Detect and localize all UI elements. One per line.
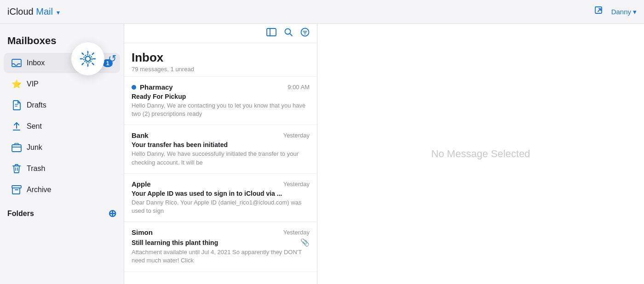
email-preview: Hello Danny, We are contacting you to le… (132, 102, 310, 118)
email-time: Yesterday (283, 181, 310, 187)
app-header: iCloud Mail ▾ Danny ▾ (0, 0, 644, 24)
sidebar: ↺ Mailboxes Inbox 1 ⭐ VIP (0, 24, 124, 284)
attachment-icon: 📎 (300, 238, 310, 247)
header-right: Danny ▾ (594, 6, 637, 18)
email-sender: Pharmacy (132, 83, 173, 91)
inbox-title: Inbox (132, 51, 310, 65)
no-message-label: No Message Selected (431, 148, 530, 160)
email-item-header: Pharmacy 9:00 AM (132, 83, 310, 91)
sidebar-item-label-sent: Sent (27, 122, 113, 131)
email-item[interactable]: Bank Yesterday Your transfer has been in… (124, 125, 317, 173)
email-subject: Ready For Pickup (132, 93, 310, 100)
email-items: Pharmacy 9:00 AM Ready For Pickup Hello … (124, 77, 317, 284)
filter-icon[interactable] (300, 28, 310, 39)
svg-point-1 (86, 57, 91, 62)
email-time: Yesterday (283, 229, 310, 236)
email-sender: Simon (132, 228, 153, 236)
email-subject: Still learning this plant thing 📎 (132, 238, 310, 247)
sidebar-item-vip[interactable]: ⭐ VIP (4, 74, 120, 94)
header-brand: iCloud Mail ▾ (7, 6, 60, 17)
email-subject: Your transfer has been initiated (132, 141, 310, 148)
email-item[interactable]: Apple Yesterday Your Apple ID was used t… (124, 174, 317, 222)
email-item[interactable]: Pharmacy 9:00 AM Ready For Pickup Hello … (124, 77, 317, 125)
svg-rect-4 (12, 145, 21, 152)
junk-icon (11, 142, 22, 153)
refresh-icon[interactable]: ↺ (108, 53, 116, 65)
sent-icon (11, 121, 22, 132)
sidebar-item-label-vip: VIP (27, 80, 113, 88)
svg-rect-5 (15, 143, 18, 145)
detail-pane: No Message Selected (317, 24, 644, 284)
email-sender: Bank (132, 131, 149, 139)
add-folder-button[interactable]: ⊕ (108, 208, 116, 220)
app-menu-chevron[interactable]: ▾ (57, 9, 60, 16)
email-sender: Apple (132, 180, 151, 188)
svg-rect-6 (12, 186, 21, 188)
compose-icon[interactable] (594, 6, 604, 18)
icloud-label: iCloud (7, 6, 34, 17)
main-layout: ↺ Mailboxes Inbox 1 ⭐ VIP (0, 24, 644, 284)
settings-button[interactable] (71, 42, 104, 75)
folders-section: Folders ⊕ (0, 200, 124, 223)
sidebar-item-junk[interactable]: Junk (4, 137, 120, 158)
trash-icon (11, 163, 22, 174)
email-time: 9:00 AM (288, 84, 310, 91)
app-label: Mail (36, 6, 53, 17)
email-list: Inbox 79 messages, 1 unread Pharmacy 9:0… (124, 24, 317, 284)
email-preview: Attachment available until Jul 4, 2021 S… (132, 248, 310, 265)
sidebar-item-label-archive: Archive (27, 186, 113, 194)
svg-point-9 (301, 28, 309, 36)
user-name-label: Danny (611, 8, 631, 16)
email-item-header: Simon Yesterday (132, 228, 310, 236)
toggle-sidebar-icon[interactable] (266, 28, 276, 39)
inbox-icon (11, 57, 22, 68)
svg-point-8 (285, 29, 291, 34)
user-menu-chevron: ▾ (633, 8, 637, 16)
email-time: Yesterday (283, 132, 310, 139)
sidebar-item-drafts[interactable]: Drafts (4, 95, 120, 115)
inbox-subtitle: 79 messages, 1 unread (132, 66, 310, 73)
sidebar-item-sent[interactable]: Sent (4, 116, 120, 136)
email-item-header: Apple Yesterday (132, 180, 310, 188)
svg-rect-7 (267, 28, 276, 36)
email-preview: Hello Danny, We have successfully initia… (132, 150, 310, 166)
email-subject: Your Apple ID was used to sign in to iCl… (132, 190, 310, 197)
sidebar-item-label-trash: Trash (27, 165, 113, 173)
gear-overlay: ↺ (71, 42, 116, 75)
folders-title: Folders (7, 210, 34, 218)
email-list-toolbar (124, 24, 317, 43)
sidebar-item-label-drafts: Drafts (27, 101, 113, 109)
unread-indicator (132, 85, 136, 90)
user-menu[interactable]: Danny ▾ (611, 8, 637, 16)
email-preview: Dear Danny Rico, Your Apple ID (daniel_r… (132, 199, 310, 215)
sidebar-item-label-junk: Junk (27, 143, 113, 152)
sidebar-item-trash[interactable]: Trash (4, 159, 120, 179)
brand-text: iCloud Mail ▾ (7, 6, 60, 17)
archive-icon (11, 184, 22, 195)
vip-icon: ⭐ (11, 79, 22, 90)
email-item-header: Bank Yesterday (132, 131, 310, 139)
drafts-icon (11, 100, 22, 111)
sidebar-item-archive[interactable]: Archive (4, 180, 120, 200)
email-list-header: Inbox 79 messages, 1 unread (124, 43, 317, 77)
search-icon[interactable] (284, 28, 293, 39)
gear-icon (79, 50, 97, 68)
email-item[interactable]: Simon Yesterday Still learning this plan… (124, 222, 317, 272)
